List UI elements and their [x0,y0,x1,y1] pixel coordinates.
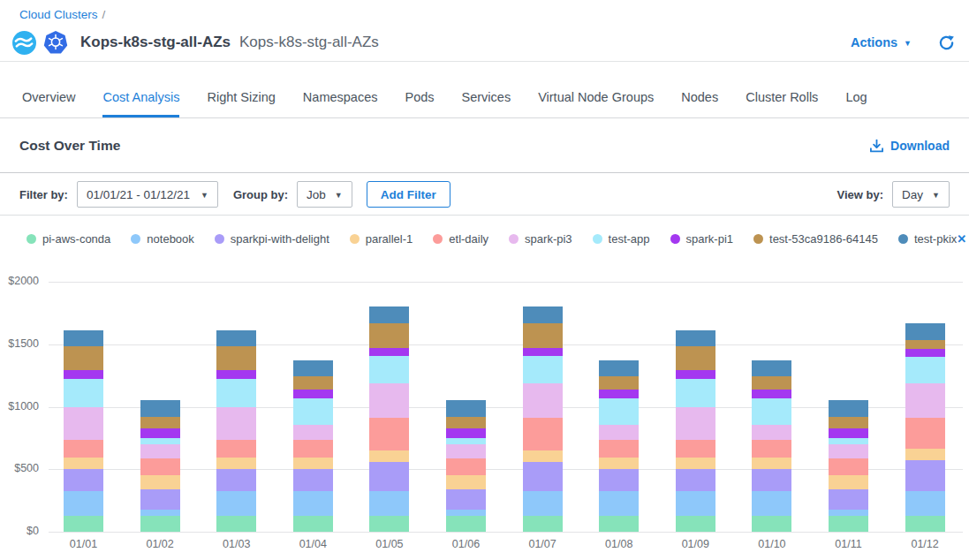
bar-segment-01/02-test-53ca9186-64145[interactable] [140,417,180,428]
bar-segment-01/08-test-app[interactable] [599,398,639,425]
bar-segment-01/02-etl-daily[interactable] [140,458,180,475]
bar-segment-01/06-test-app[interactable] [446,438,486,444]
bar-segment-01/06-spark-pi3[interactable] [446,444,486,458]
bar-segment-01/07-sparkpi-with-delight[interactable] [523,462,563,491]
bar-segment-01/05-test-pkix[interactable] [369,306,409,323]
bar-segment-01/07-pi-aws-conda[interactable] [523,516,563,532]
bar-segment-01/07-test-app[interactable] [523,356,563,383]
legend-item-parallel-1[interactable]: parallel-1 [350,232,413,246]
bar-segment-01/08-spark-pi3[interactable] [599,425,639,440]
bar-segment-01/07-parallel-1[interactable] [523,450,563,462]
bar-segment-01/06-pi-aws-conda[interactable] [446,516,486,532]
bar-segment-01/12-test-53ca9186-64145[interactable] [905,340,945,349]
bar-segment-01/08-test-pkix[interactable] [599,360,639,376]
bar-segment-01/06-etl-daily[interactable] [446,458,486,475]
bar-segment-01/03-parallel-1[interactable] [216,458,256,469]
bar-segment-01/09-spark-pi1[interactable] [676,370,715,379]
bar-segment-01/03-notebook[interactable] [216,491,256,516]
tab-virtual-node-groups[interactable]: Virtual Node Groups [538,79,654,117]
bar-segment-01/04-pi-aws-conda[interactable] [293,516,333,532]
bar-segment-01/06-sparkpi-with-delight[interactable] [446,489,486,510]
bar-segment-01/08-sparkpi-with-delight[interactable] [599,469,639,491]
bar-segment-01/10-spark-pi1[interactable] [752,390,791,398]
bar-segment-01/07-spark-pi3[interactable] [523,383,563,417]
bar-segment-01/03-test-53ca9186-64145[interactable] [216,346,256,371]
bar-segment-01/11-notebook[interactable] [829,510,868,516]
bar-segment-01/04-test-53ca9186-64145[interactable] [293,376,333,390]
bar-segment-01/02-test-pkix[interactable] [140,400,180,416]
bar-segment-01/01-test-pkix[interactable] [64,330,103,346]
actions-button[interactable]: Actions ▼ [851,35,912,49]
bar-segment-01/11-spark-pi1[interactable] [829,428,868,438]
bar-segment-01/01-spark-pi3[interactable] [64,407,103,440]
bar-segment-01/02-notebook[interactable] [140,510,180,516]
legend-item-test-app[interactable]: test-app [593,232,650,246]
legend-item-sparkpi-with-delight[interactable]: sparkpi-with-delight [215,232,329,246]
bar-segment-01/07-etl-daily[interactable] [523,418,563,450]
bar-segment-01/07-notebook[interactable] [523,491,563,516]
bar-segment-01/05-etl-daily[interactable] [369,418,409,450]
bar-segment-01/04-spark-pi3[interactable] [293,425,333,440]
bar-segment-01/03-etl-daily[interactable] [216,440,256,458]
deselect-all-button[interactable]: ✕ Deselect All [957,232,969,246]
bar-segment-01/06-spark-pi1[interactable] [446,428,486,438]
bar-segment-01/06-test-pkix[interactable] [446,400,486,416]
bar-segment-01/04-parallel-1[interactable] [293,458,333,469]
bar-segment-01/04-test-pkix[interactable] [293,360,333,376]
bar-segment-01/09-test-pkix[interactable] [676,330,715,346]
bar-segment-01/10-notebook[interactable] [752,491,791,516]
tab-log[interactable]: Log [845,79,867,117]
bar-segment-01/10-test-app[interactable] [752,398,791,425]
download-button[interactable]: Download [869,139,950,154]
add-filter-button[interactable]: Add Filter [367,181,450,208]
bar-segment-01/06-test-53ca9186-64145[interactable] [446,417,486,428]
refresh-button[interactable] [938,34,955,51]
bar-segment-01/05-pi-aws-conda[interactable] [369,516,409,532]
bar-segment-01/05-test-app[interactable] [369,356,409,383]
bar-segment-01/08-spark-pi1[interactable] [599,390,639,398]
bar-segment-01/06-parallel-1[interactable] [446,475,486,489]
breadcrumb-link-cloud-clusters[interactable]: Cloud Clusters [19,8,98,21]
bar-segment-01/12-pi-aws-conda[interactable] [905,516,945,532]
bar-segment-01/02-pi-aws-conda[interactable] [140,516,180,532]
bar-segment-01/03-sparkpi-with-delight[interactable] [216,469,256,491]
tab-cluster-rolls[interactable]: Cluster Rolls [746,79,818,117]
bar-segment-01/10-spark-pi3[interactable] [752,425,791,440]
legend-item-spark-pi1[interactable]: spark-pi1 [670,232,733,246]
bar-segment-01/11-test-53ca9186-64145[interactable] [829,417,868,428]
bar-segment-01/09-test-app[interactable] [676,379,715,406]
bar-segment-01/12-test-app[interactable] [905,357,945,383]
bar-segment-01/12-spark-pi3[interactable] [905,383,945,418]
bar-segment-01/05-spark-pi3[interactable] [369,383,409,417]
bar-segment-01/01-notebook[interactable] [64,491,103,516]
bar-segment-01/01-spark-pi1[interactable] [64,370,103,379]
bar-segment-01/08-notebook[interactable] [599,491,639,516]
tab-services[interactable]: Services [462,79,511,117]
tab-cost-analysis[interactable]: Cost Analysis [102,79,179,117]
legend-item-test-pkix[interactable]: test-pkix [898,232,957,246]
bar-segment-01/09-etl-daily[interactable] [676,440,715,458]
tab-right-sizing[interactable]: Right Sizing [207,79,275,117]
bar-segment-01/10-etl-daily[interactable] [752,440,791,458]
legend-item-pi-aws-conda[interactable]: pi-aws-conda [26,232,110,246]
bar-segment-01/10-test-pkix[interactable] [752,360,791,376]
legend-item-test-53ca9186-64145[interactable]: test-53ca9186-64145 [753,232,878,246]
bar-segment-01/09-spark-pi3[interactable] [676,407,715,440]
bar-segment-01/11-etl-daily[interactable] [829,458,868,475]
bar-segment-01/11-sparkpi-with-delight[interactable] [829,489,868,510]
bar-segment-01/11-test-pkix[interactable] [829,400,868,416]
bar-segment-01/01-pi-aws-conda[interactable] [64,516,103,532]
bar-segment-01/04-sparkpi-with-delight[interactable] [293,469,333,491]
bar-segment-01/02-spark-pi3[interactable] [140,444,180,458]
bar-segment-01/07-test-pkix[interactable] [523,306,563,323]
bar-segment-01/09-pi-aws-conda[interactable] [676,516,715,532]
bar-segment-01/06-notebook[interactable] [446,510,486,516]
view-by-select[interactable]: Day ▼ [892,181,950,208]
bar-segment-01/04-test-app[interactable] [293,398,333,425]
bar-segment-01/05-test-53ca9186-64145[interactable] [369,323,409,348]
bar-segment-01/05-sparkpi-with-delight[interactable] [369,462,409,491]
legend-item-notebook[interactable]: notebook [131,232,194,246]
bar-segment-01/02-spark-pi1[interactable] [140,428,180,438]
bar-segment-01/04-spark-pi1[interactable] [293,390,333,398]
bar-segment-01/12-etl-daily[interactable] [905,418,945,449]
